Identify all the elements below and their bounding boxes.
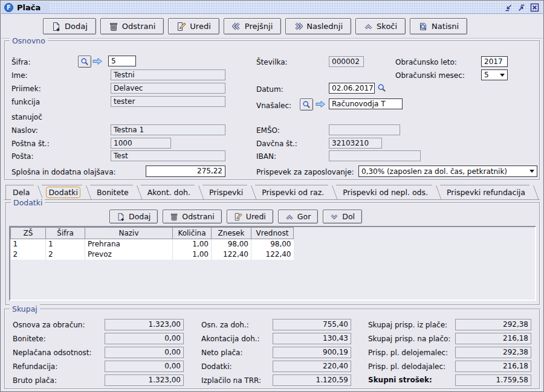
- chevrons-right-icon: [294, 22, 303, 31]
- sifra-label: Šifra:: [11, 58, 31, 66]
- dodatki-sum-label: Dodatki:: [201, 362, 232, 371]
- leto-label: Obračunsko leto:: [395, 58, 457, 66]
- neto-placa-value: 900,19: [273, 347, 351, 358]
- chevron-down-icon: [500, 74, 505, 77]
- prisp-pl-delojemalec-label: Prisp. pl. delojemalec:: [368, 349, 448, 357]
- toolbar-button-dodaj[interactable]: Dodaj: [43, 18, 96, 34]
- col-header-kolicina[interactable]: Količina: [173, 228, 212, 239]
- col-header-sifra[interactable]: Šifra: [46, 228, 85, 239]
- search-icon: [80, 57, 89, 66]
- toolbar-button-natisni[interactable]: Natisni: [410, 18, 467, 34]
- dodatki-button-row: Dodaj Odstrani Uredi Gor Dol: [109, 210, 362, 223]
- tabbar: Dela Dodatki Bonitete Akont. doh. Prispe…: [4, 184, 540, 200]
- dodatki-button-odstrani[interactable]: Odstrani: [163, 210, 221, 223]
- tab-akont-doh[interactable]: Akont. doh.: [141, 185, 195, 199]
- cell-vrednost: 98,00: [251, 239, 294, 249]
- maximize-icon: [517, 4, 526, 12]
- app-logo-icon: F: [4, 3, 13, 12]
- dodatki-button-dodaj[interactable]: Dodaj: [109, 210, 158, 223]
- mesec-dropdown[interactable]: 5: [481, 69, 508, 80]
- tab-dela[interactable]: Dela: [5, 185, 34, 199]
- col-header-naziv[interactable]: Naziv: [85, 228, 173, 239]
- neplacana-odsotnost-value: 0,00: [105, 347, 184, 358]
- add-document-icon: [117, 213, 125, 221]
- osnova-za-obracun-value: 1.323,00: [105, 319, 184, 330]
- group-osnovno-legend: Osnovno: [10, 36, 48, 45]
- button-label: Skoči: [377, 22, 397, 31]
- emso-label: EMŠO:: [256, 126, 280, 135]
- dodatki-button-gor[interactable]: Gor: [278, 210, 318, 223]
- dodatki-sum-value: 220,40: [273, 361, 351, 372]
- stanujoc-label: stanujoč: [11, 113, 42, 121]
- cell-kolicina: 1,00: [173, 239, 212, 249]
- col-header-vrednost[interactable]: Vrednost: [251, 228, 294, 239]
- bruto-placa-value: 1.323,00: [105, 374, 184, 386]
- stevilka-label: Številka:: [256, 58, 288, 66]
- button-label: Odstrani: [182, 212, 214, 221]
- datum-label: Datum:: [256, 85, 283, 94]
- button-label: Natisni: [432, 22, 459, 31]
- table-row[interactable]: 2 2 Prevoz 1,00 122,40 122,40: [11, 249, 294, 260]
- vnasalec-label: Vnašalec:: [256, 101, 291, 110]
- print-preview-icon: [418, 22, 428, 31]
- toolbar-button-odstrani[interactable]: Odstrani: [100, 18, 164, 34]
- datum-search-icon[interactable]: [377, 83, 386, 92]
- skupaj-prisp-iz-place-value: 292,38: [455, 319, 531, 330]
- priimek-field: Delavec: [111, 83, 225, 94]
- dodatki-button-uredi[interactable]: Uredi: [227, 210, 273, 223]
- tab-dodatki[interactable]: Dodatki: [42, 185, 82, 199]
- prisp-pl-delodajalec-value: 216,18: [455, 361, 531, 372]
- close-button[interactable]: [529, 2, 540, 13]
- dodatki-table: ZŠ Šifra Naziv Količina Znesek Vrednost …: [10, 227, 294, 260]
- cell-naziv: Prevoz: [85, 249, 173, 260]
- cell-naziv: Prehrana: [85, 239, 173, 249]
- osn-za-doh-value: 755,40: [273, 319, 351, 330]
- cell-znesek: 122,40: [212, 249, 251, 260]
- sifra-field[interactable]: 5: [108, 56, 136, 66]
- olajsava-label: Splošna in dodatna olajšava:: [11, 168, 116, 176]
- dodatki-button-dol[interactable]: Dol: [323, 210, 362, 223]
- close-icon: [530, 3, 539, 12]
- table-row[interactable]: 1 1 Prehrana 1,00 98,00 98,00: [11, 239, 294, 249]
- leto-field[interactable]: 2017: [481, 56, 508, 67]
- tab-prispevki-refundacija[interactable]: Prispevki refundacija: [440, 185, 529, 199]
- emso-field: [329, 124, 400, 135]
- toolbar-button-uredi[interactable]: Uredi: [168, 18, 219, 34]
- tab-bonitete[interactable]: Bonitete: [90, 185, 133, 199]
- chevrons-up-icon: [364, 22, 373, 31]
- bonitete-value: 0,00: [105, 333, 184, 344]
- olajsava-field[interactable]: 275,22: [146, 165, 225, 177]
- chevron-down-icon: [529, 170, 534, 173]
- mesec-label: Obračunski mesec:: [395, 71, 465, 80]
- bonitete-label: Bonitete:: [13, 335, 46, 343]
- postna-field: 1000: [111, 138, 171, 149]
- maximize-button[interactable]: [516, 2, 527, 13]
- toolbar-button-naslednji[interactable]: Naslednji: [285, 18, 351, 34]
- vnasalec-search-button[interactable]: [300, 98, 313, 111]
- toolbar-button-skoci[interactable]: Skoči: [355, 18, 406, 34]
- datum-field[interactable]: 02.06.2017: [329, 83, 375, 94]
- sifra-search-button[interactable]: [78, 56, 91, 68]
- osnova-za-obracun-label: Osnova za obračun:: [13, 321, 85, 329]
- refundacija-label: Refundacija:: [13, 362, 57, 371]
- vnasalec-field[interactable]: Računovodja T: [329, 98, 403, 109]
- col-header-zs[interactable]: ZŠ: [11, 228, 46, 239]
- minimize-button[interactable]: [502, 2, 514, 13]
- toolbar-button-prejsnji[interactable]: Prejšnji: [224, 18, 282, 34]
- tab-prispevki-od-nepl-ods[interactable]: Prispevki od nepl. ods.: [336, 185, 432, 199]
- bruto-placa-label: Bruto plača:: [13, 376, 57, 385]
- funkcija-field: tester: [111, 96, 225, 107]
- refundacija-value: 0,00: [105, 361, 184, 372]
- titlebar[interactable]: F Plača: [1, 1, 543, 14]
- tab-prispevki[interactable]: Prispevki: [202, 185, 247, 199]
- group-dodatki-legend: Dodatki: [11, 198, 45, 207]
- tab-prispevki-od-raz[interactable]: Prispevki od raz.: [255, 185, 328, 199]
- arrow-right-icon: [92, 57, 103, 66]
- cell-vrednost: 122,40: [251, 249, 294, 260]
- prispevek-dropdown[interactable]: 0,30% (zaposlen za dol. čas, petkratnik): [358, 165, 537, 177]
- skupni-strosek-label: Skupni strošek:: [368, 376, 432, 384]
- cell-zs: 1: [11, 239, 46, 249]
- osn-za-doh-label: Osn. za doh.:: [201, 321, 249, 329]
- col-header-znesek[interactable]: Znesek: [212, 228, 251, 239]
- toolbar: Dodaj Odstrani Uredi Prejšnji Naslednji: [1, 14, 543, 39]
